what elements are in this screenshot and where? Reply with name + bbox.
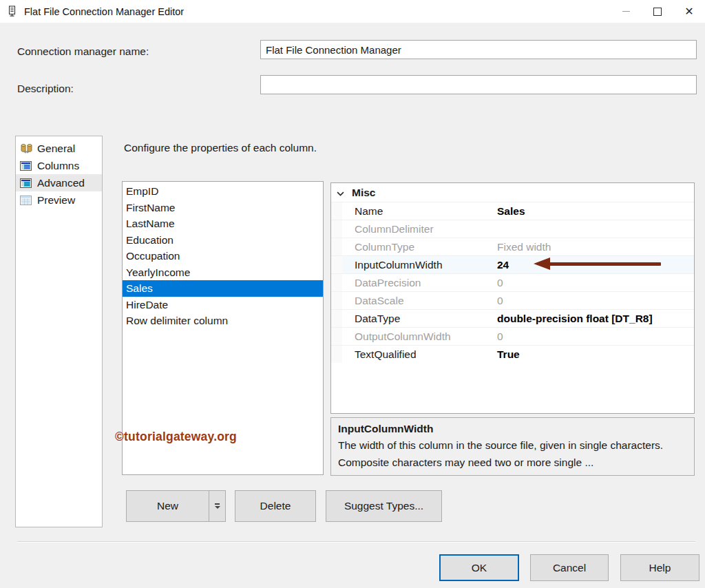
property-name: TextQualified xyxy=(342,348,497,361)
list-item[interactable]: EmpID xyxy=(123,183,323,200)
form-icon xyxy=(6,6,18,18)
close-icon: ✕ xyxy=(684,6,693,17)
new-dropdown-button[interactable] xyxy=(209,490,226,522)
split-arrow-icon xyxy=(215,503,220,509)
property-value: True xyxy=(497,348,520,361)
nav-list: General Columns Advanced Preview xyxy=(16,140,102,209)
property-row-dataprecision[interactable]: DataPrecision0 xyxy=(331,273,694,291)
page-heading: Configure the properties of each column. xyxy=(124,142,317,154)
property-value: double-precision float [DT_R8] xyxy=(497,313,653,325)
property-name: OutputColumnWidth xyxy=(342,330,497,343)
sidebar-item-preview[interactable]: Preview xyxy=(16,191,102,209)
maximize-button[interactable] xyxy=(642,0,673,23)
row-gutter xyxy=(331,310,342,327)
row-gutter xyxy=(331,202,342,220)
property-grid: Misc NameSalesColumnDelimiterColumnTypeF… xyxy=(330,182,695,414)
property-value: 24 xyxy=(497,259,509,271)
list-item[interactable]: LastName xyxy=(123,216,323,232)
property-help-panel: InputColumnWidth The width of this colum… xyxy=(330,417,695,476)
property-row-name[interactable]: NameSales xyxy=(331,202,694,220)
property-row-inputcolumnwidth[interactable]: InputColumnWidth24 xyxy=(331,255,694,273)
maximize-icon xyxy=(653,8,662,16)
property-name: ColumnType xyxy=(342,241,497,253)
sidebar-item-label: Preview xyxy=(37,194,75,207)
footer-separator xyxy=(17,541,695,543)
property-row-textqualified[interactable]: TextQualifiedTrue xyxy=(331,345,694,363)
property-name: ColumnDelimiter xyxy=(342,223,497,235)
sidebar-item-advanced[interactable]: Advanced xyxy=(16,174,102,191)
property-name: DataScale xyxy=(342,295,497,307)
columns-list: EmpIDFirstNameLastNameEducationOccupatio… xyxy=(123,183,323,329)
ok-button[interactable]: OK xyxy=(439,554,519,581)
close-button[interactable]: ✕ xyxy=(673,0,705,23)
property-value: Sales xyxy=(497,205,525,218)
property-help-text: The width of this column in the source f… xyxy=(338,437,687,471)
new-button[interactable]: New xyxy=(126,490,209,522)
property-row-columntype[interactable]: ColumnTypeFixed width xyxy=(331,238,694,255)
cancel-button[interactable]: Cancel xyxy=(530,554,609,581)
titlebar: Flat File Connection Manager Editor ✕ xyxy=(0,0,705,23)
row-gutter xyxy=(331,220,342,238)
property-row-datascale[interactable]: DataScale0 xyxy=(331,291,694,309)
property-row-outputcolumnwidth[interactable]: OutputColumnWidth0 xyxy=(331,327,694,345)
list-item[interactable]: YearlyIncome xyxy=(123,264,323,281)
list-item[interactable]: Occupation xyxy=(123,248,323,264)
sidebar-item-label: General xyxy=(37,143,75,155)
minimize-button[interactable] xyxy=(610,0,642,23)
row-gutter xyxy=(331,346,342,363)
sidebar-item-general[interactable]: General xyxy=(16,140,102,157)
row-gutter xyxy=(331,256,342,273)
connection-icon xyxy=(20,143,33,154)
property-category-misc[interactable]: Misc xyxy=(331,183,694,202)
pages-nav-panel: General Columns Advanced Preview xyxy=(15,136,103,527)
row-gutter xyxy=(331,328,342,345)
sidebar-item-columns[interactable]: Columns xyxy=(16,157,102,174)
chevron-down-icon xyxy=(337,187,344,199)
list-item[interactable]: Sales xyxy=(123,280,323,297)
property-row-datatype[interactable]: DataTypedouble-precision float [DT_R8] xyxy=(331,309,694,327)
row-gutter xyxy=(331,292,342,309)
sidebar-item-label: Advanced xyxy=(37,177,85,189)
property-value: Fixed width xyxy=(497,241,551,253)
list-item[interactable]: FirstName xyxy=(123,200,323,216)
table-icon xyxy=(20,160,33,171)
property-name: DataType xyxy=(342,313,497,325)
minimize-icon xyxy=(622,11,630,12)
property-value: 0 xyxy=(497,330,503,343)
suggest-types-button[interactable]: Suggest Types... xyxy=(326,490,442,522)
connection-manager-name-input[interactable] xyxy=(260,40,697,59)
list-item[interactable]: HireDate xyxy=(123,297,323,313)
category-label: Misc xyxy=(352,187,375,199)
window-title: Flat File Connection Manager Editor xyxy=(24,6,184,17)
help-button[interactable]: Help xyxy=(620,554,699,581)
list-item[interactable]: Row delimiter column xyxy=(123,313,323,329)
watermark: ©tutorialgateway.org xyxy=(115,430,237,444)
property-help-title: InputColumnWidth xyxy=(338,423,687,435)
property-name: InputColumnWidth xyxy=(342,259,497,271)
property-name: Name xyxy=(342,205,497,218)
row-gutter xyxy=(331,238,342,255)
description-label: Description: xyxy=(17,83,74,95)
preview-icon xyxy=(20,195,33,206)
connection-manager-name-label: Connection manager name: xyxy=(17,45,149,58)
property-value: 0 xyxy=(497,277,503,289)
description-input[interactable] xyxy=(260,75,697,94)
property-name: DataPrecision xyxy=(342,277,497,289)
row-gutter xyxy=(331,274,342,291)
property-row-columndelimiter[interactable]: ColumnDelimiter xyxy=(331,220,694,238)
delete-button[interactable]: Delete xyxy=(235,490,316,522)
sidebar-item-label: Columns xyxy=(37,160,79,172)
table-icon xyxy=(20,178,33,189)
list-item[interactable]: Education xyxy=(123,232,323,249)
property-value: 0 xyxy=(497,295,503,307)
